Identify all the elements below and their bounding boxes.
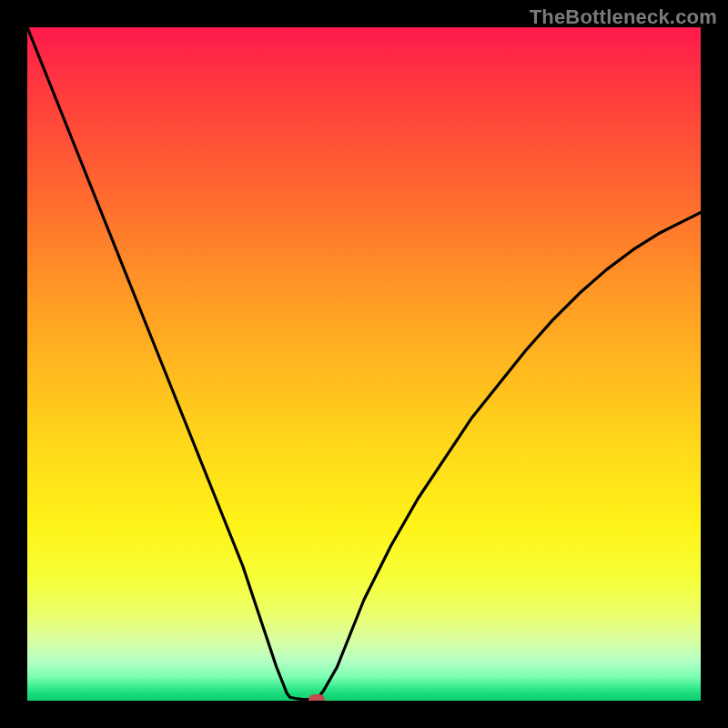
curve-path: [27, 27, 701, 700]
chart-frame: TheBottleneck.com: [0, 0, 728, 728]
minimum-marker: [308, 694, 325, 701]
watermark-text: TheBottleneck.com: [530, 5, 717, 29]
plot-area: [27, 27, 701, 701]
bottleneck-curve: [27, 27, 701, 701]
